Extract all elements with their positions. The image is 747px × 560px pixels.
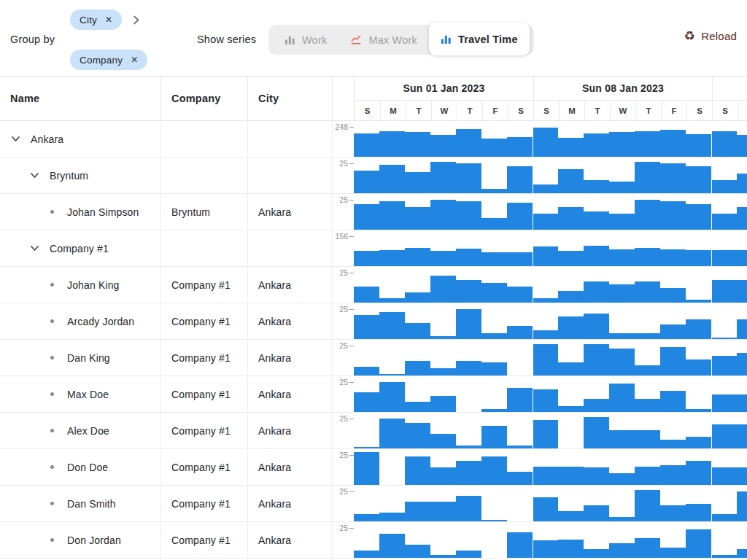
histogram-bar xyxy=(584,246,609,266)
day-header-cell: M xyxy=(559,101,584,120)
bullet-icon xyxy=(50,429,54,432)
bullet-icon xyxy=(50,502,54,505)
histogram-bar xyxy=(456,163,481,193)
histogram-bar xyxy=(379,534,405,558)
chevron-down-icon[interactable] xyxy=(29,170,40,181)
name-cell[interactable]: Company #1 xyxy=(0,230,160,266)
histogram-bar xyxy=(354,447,379,448)
name-cell[interactable]: Don Doe xyxy=(0,449,160,485)
histogram-bar xyxy=(584,314,609,339)
histogram-bar xyxy=(533,389,558,412)
histogram-bar xyxy=(430,502,456,521)
day-header-cell: W xyxy=(431,101,457,120)
bullet-icon xyxy=(50,465,54,469)
table-row: Johan SimpsonBryntumAnkara25 xyxy=(0,194,747,230)
column-header-axis-spacer xyxy=(332,77,354,120)
name-cell[interactable]: Dan Smith xyxy=(0,486,160,521)
histogram-bar xyxy=(686,300,711,303)
histogram-bar xyxy=(533,246,558,266)
histogram-bar xyxy=(584,399,609,412)
city-cell xyxy=(247,121,332,157)
column-header-company[interactable]: Company xyxy=(160,77,247,120)
remove-tag-icon[interactable]: ✕ xyxy=(105,15,112,25)
histogram-bar xyxy=(481,333,507,339)
histogram-bar xyxy=(507,166,533,193)
city-cell: Ankara xyxy=(247,267,332,303)
histogram-bar xyxy=(533,420,558,448)
series-button-travel-time[interactable]: Travel Time xyxy=(429,23,530,55)
histogram-bar xyxy=(507,252,533,266)
histogram-bar xyxy=(379,165,405,193)
remove-tag-icon[interactable]: ✕ xyxy=(131,55,138,65)
histogram-bar xyxy=(558,291,584,303)
day-header-cell: S xyxy=(533,101,559,120)
histogram-bar xyxy=(660,440,686,448)
histogram-bar xyxy=(558,251,584,266)
histogram-bar xyxy=(686,250,711,266)
histogram-bar xyxy=(533,497,558,521)
histogram-cell xyxy=(354,449,747,485)
histogram-bar xyxy=(430,396,456,412)
chart-header: Sun 01 Jan 2023Sun 08 Jan 2023 SMTWTFSSM… xyxy=(354,77,747,120)
histogram-bar xyxy=(635,538,660,558)
name-cell[interactable]: Alex Doe xyxy=(0,413,160,448)
histogram-bar xyxy=(660,163,686,193)
histogram-bar xyxy=(584,211,609,230)
series-button-group: Work Max Work Travel Time xyxy=(268,25,534,55)
chevron-down-icon[interactable] xyxy=(29,243,40,254)
axis-cell: 25 xyxy=(332,522,354,558)
name-cell[interactable]: Max Doe xyxy=(0,376,160,412)
row-name-label: Max Doe xyxy=(67,389,109,400)
table-row: Don JordanCompany #1Ankara25 xyxy=(0,522,747,559)
chevron-down-icon[interactable] xyxy=(10,133,21,144)
chevron-right-icon[interactable] xyxy=(131,15,142,26)
histogram-bar xyxy=(609,349,635,376)
histogram-bar xyxy=(711,356,737,376)
name-cell[interactable]: Arcady Jordan xyxy=(0,303,160,339)
day-header-cell: M xyxy=(380,101,406,120)
histogram-bar xyxy=(379,131,405,157)
series-button-max-work[interactable]: Max Work xyxy=(338,25,429,55)
name-cell[interactable]: Ankara xyxy=(0,121,160,157)
histogram-bar xyxy=(584,505,609,521)
histogram-bar xyxy=(660,201,686,230)
histogram-bar xyxy=(686,204,711,230)
axis-max-label: 25 xyxy=(339,451,348,459)
city-cell: Ankara xyxy=(247,522,332,558)
name-cell[interactable]: Bryntum xyxy=(0,158,160,193)
histogram-bar xyxy=(711,555,737,558)
histogram-bar xyxy=(635,248,660,266)
histogram-bar xyxy=(481,362,507,376)
histogram-bar xyxy=(405,248,430,266)
histogram-bar xyxy=(660,324,686,339)
reload-button[interactable]: ♻ Reload xyxy=(684,30,737,42)
table-row: Alex DoeCompany #1Ankara25 xyxy=(0,413,747,449)
histogram-bar xyxy=(635,162,660,193)
histogram-cell xyxy=(354,230,747,266)
axis-max-label: 25 xyxy=(339,341,348,350)
column-header-city[interactable]: City xyxy=(247,77,332,120)
histogram-bar xyxy=(686,409,711,412)
name-cell[interactable]: Johan Simpson xyxy=(0,194,160,230)
row-name-label: Dan Smith xyxy=(67,498,116,510)
histogram-bar xyxy=(507,137,533,157)
city-cell xyxy=(247,230,332,266)
city-cell: Ankara xyxy=(247,413,332,448)
grid-body: Ankara248Bryntum25Johan SimpsonBryntumAn… xyxy=(0,121,747,560)
histogram-bar xyxy=(635,490,660,521)
name-cell[interactable]: Dan King xyxy=(0,340,160,376)
histogram-bar xyxy=(686,359,711,376)
group-tag-company[interactable]: Company ✕ xyxy=(70,50,147,70)
histogram-bar xyxy=(533,540,558,558)
histogram-bar xyxy=(609,517,635,521)
histogram-bar xyxy=(354,514,379,521)
column-header-name[interactable]: Name xyxy=(0,77,160,120)
axis-cell: 25 xyxy=(332,449,354,485)
group-tag-city[interactable]: City ✕ xyxy=(70,9,122,30)
histogram-bar xyxy=(507,287,533,303)
day-header-cell: T xyxy=(457,101,482,120)
series-button-work[interactable]: Work xyxy=(273,25,338,55)
name-cell[interactable]: Don Jordan xyxy=(0,522,160,558)
histogram-cell xyxy=(354,158,747,193)
name-cell[interactable]: Johan King xyxy=(0,267,160,303)
